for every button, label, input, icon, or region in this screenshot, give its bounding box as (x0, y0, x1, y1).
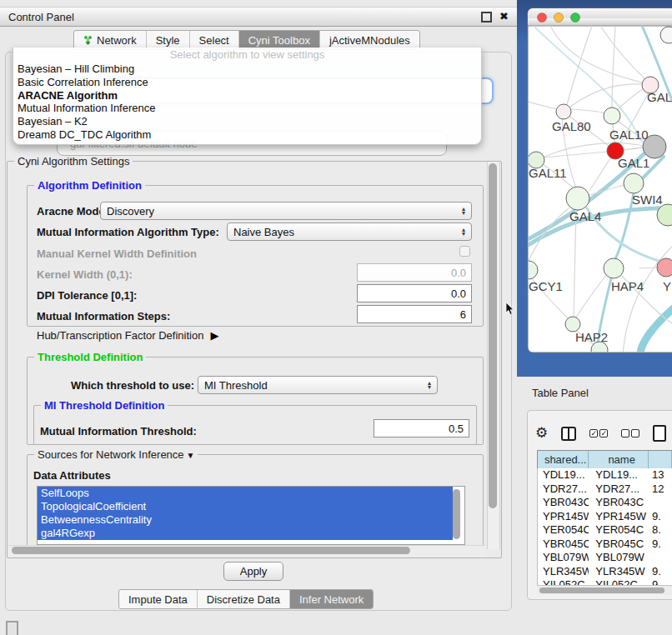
table-row[interactable]: YPR145WYPR145W9. (538, 510, 672, 524)
dpi-tolerance-label: DPI Tolerance [0,1]: (37, 289, 137, 302)
mi-threshold-field[interactable] (374, 419, 469, 438)
panel-grip-icon[interactable] (6, 621, 18, 635)
mi-type-label: Mutual Information Algorithm Type: (37, 226, 219, 238)
mac-zoom-button[interactable] (571, 13, 580, 22)
which-threshold-label: Which threshold to use: (71, 379, 194, 392)
node-label-gal80: GAL80 (552, 119, 591, 133)
algorithm-option-mutual-information-inference[interactable]: Mutual Information Inference (13, 102, 481, 115)
table-cell: YBR045C (538, 538, 589, 552)
table-cell: YBL079W (538, 551, 589, 565)
node-label-hap4: HAP4 (611, 279, 644, 293)
tab-infer-network[interactable]: Infer Network (290, 590, 373, 608)
dpi-tolerance-field[interactable] (357, 284, 472, 302)
mi-steps-field[interactable] (357, 305, 472, 323)
algorithm-option-basic-correlation-inference[interactable]: Basic Correlation Inference (13, 76, 481, 89)
table-cell: YLR345W (589, 565, 649, 579)
attribute-item-topologicalcoefficient[interactable]: TopologicalCoefficient (38, 500, 453, 513)
select-all-checkboxes-icon[interactable]: ✓✓ (589, 429, 608, 438)
table-row[interactable]: YER054CYER054C8. (538, 523, 672, 538)
bottom-tab-bar: Impute DataDiscretize DataInfer Network (118, 589, 374, 609)
algorithm-popup-items: Bayesian – Hill ClimbingBasic Correlatio… (13, 62, 481, 142)
network-node-swi4[interactable] (624, 173, 644, 193)
attributes-list-vscrollbar[interactable] (453, 489, 460, 539)
mac-minimize-button[interactable] (554, 13, 564, 22)
attribute-item-betweennesscentrality[interactable]: BetweennessCentrality (38, 513, 453, 527)
algorithm-option-dream8-dc-tdc-algorithm[interactable]: Dream8 DC_TDC Algorithm (13, 128, 481, 142)
table-row[interactable]: YBL079WYBL079W (538, 551, 672, 565)
column-header-extra[interactable] (649, 451, 672, 469)
data-attributes-list[interactable]: SelfLoopsTopologicalCoefficientBetweenne… (37, 486, 465, 545)
network-view[interactable]: GALGAL80GAL10GAL1GAL11SWI4GAL4GCY1HAP4YH… (517, 0, 672, 377)
mi-type-combo[interactable]: Naive Bayes ▴▾ (227, 222, 472, 241)
tab-select[interactable]: Select (190, 31, 239, 49)
close-panel-icon[interactable]: ✖ (499, 12, 509, 22)
algorithm-option-bayesian-k2[interactable]: Bayesian – K2 (13, 115, 481, 128)
network-node-gal80[interactable] (556, 104, 571, 119)
manual-kernel-label: Manual Kernel Width Definition (37, 248, 197, 260)
table-row[interactable]: YBR045CYBR045C9. (538, 538, 672, 552)
column-header-shared[interactable]: shared... (538, 451, 589, 469)
attribute-item-gal4rgexp[interactable]: gal4RGexp (38, 527, 453, 540)
network-node-y[interactable] (657, 258, 672, 277)
mi-threshold-group-title: MI Threshold Definition (41, 399, 168, 412)
table-hscrollbar-track[interactable] (537, 585, 672, 595)
table-cell: YBR043C (589, 496, 649, 510)
data-attributes-label: Data Attributes (33, 469, 111, 482)
node-label-gal10: GAL10 (609, 128, 649, 142)
network-node-gal4[interactable] (566, 187, 589, 210)
apply-button[interactable]: Apply (223, 562, 283, 581)
table-body: YDL19...YDL19...13YDR27...YDR27...12YBR0… (537, 468, 672, 585)
tab-jactivemnodules[interactable]: jActiveMNodules (320, 31, 419, 49)
gear-icon[interactable]: ⚙ (535, 425, 548, 442)
table-hscrollbar-thumb[interactable] (539, 588, 664, 593)
network-node-gal10[interactable] (604, 108, 620, 124)
table-cell: 13 (649, 468, 672, 482)
manual-kernel-checkbox[interactable] (459, 246, 470, 257)
sources-group-title[interactable]: Sources for Network Inference▼ (34, 448, 198, 461)
screen: Control Panel ✖ NetworkStyleSelectCyni T… (0, 0, 672, 635)
tab-style[interactable]: Style (147, 31, 190, 49)
column-header-name[interactable]: name (589, 451, 649, 469)
mi-type-value: Naive Bayes (233, 226, 294, 238)
kernel-width-field[interactable] (357, 263, 472, 282)
columns-icon[interactable] (561, 427, 576, 441)
which-threshold-combo[interactable]: MI Threshold ▴▾ (198, 376, 438, 394)
table-row[interactable]: YLR345WYLR345W9. (538, 565, 672, 579)
aracne-mode-label: Aracne Mode: (37, 205, 108, 218)
node-label-y: Y (663, 279, 671, 293)
float-panel-icon[interactable] (481, 12, 492, 22)
table-cell: 8. (649, 523, 672, 538)
tab-discretize-data[interactable]: Discretize Data (198, 590, 290, 608)
network-node-hap4[interactable] (604, 258, 624, 278)
settings-vscrollbar-thumb[interactable] (489, 163, 497, 508)
spinner-arrows-icon: ▴▾ (455, 228, 465, 236)
table-cell: 9. (649, 510, 672, 524)
table-cell: 12 (649, 482, 672, 497)
tab-network[interactable]: Network (74, 31, 147, 49)
table-row[interactable]: YIL052CYIL052C9. (538, 578, 672, 585)
hub-definition-label: Hub/Transcription Factor Definition (37, 329, 203, 342)
table-panel-header: Table Panel (517, 377, 672, 408)
attribute-item-selfloops[interactable]: SelfLoops (38, 487, 453, 500)
export-table-icon[interactable] (653, 425, 666, 442)
table-row[interactable]: YBR043CYBR043C (538, 496, 672, 510)
node-label-gal: GAL (647, 90, 672, 104)
table-cell: YIL052C (538, 578, 589, 585)
settings-hscrollbar-thumb[interactable] (12, 547, 410, 554)
aracne-mode-combo[interactable]: Discovery ▴▾ (100, 202, 472, 220)
deselect-all-checkboxes-icon[interactable] (621, 429, 639, 438)
table-header-row: shared...name (537, 450, 672, 468)
algorithm-option-bayesian-hill-climbing[interactable]: Bayesian – Hill Climbing (13, 62, 481, 76)
mi-steps-label: Mutual Information Steps: (37, 310, 170, 322)
mac-close-button[interactable] (538, 13, 547, 22)
table-row[interactable]: YDR27...YDR27...12 (538, 482, 672, 497)
hub-definition-toggle[interactable]: Hub/Transcription Factor Definition▶ (37, 329, 218, 342)
algorithm-option-aracne-algorithm[interactable]: ARACNE Algorithm (13, 89, 481, 102)
table-cell: YPR145W (589, 510, 649, 524)
table-cell: YBR043C (538, 496, 589, 510)
table-row[interactable]: YDL19...YDL19...13 (538, 468, 672, 482)
expanded-arrow-icon: ▼ (187, 451, 195, 460)
tab-impute-data[interactable]: Impute Data (119, 590, 198, 608)
tab-cyni-toolbox[interactable]: Cyni Toolbox (239, 31, 320, 49)
table-cell: YDR27... (538, 482, 589, 497)
